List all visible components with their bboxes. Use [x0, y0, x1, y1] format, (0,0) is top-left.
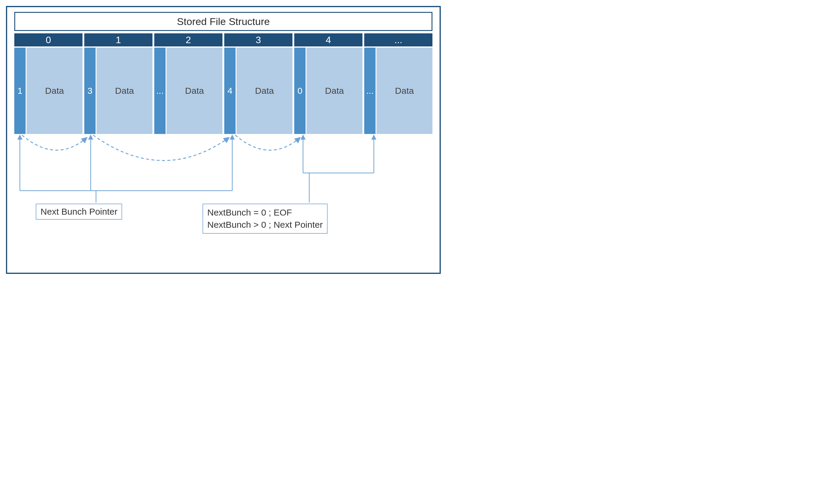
diagram-frame: Stored File Structure 0 1 Data 1 3 Data …	[6, 6, 441, 274]
data-cell: Data	[166, 48, 222, 134]
rule-line-2: NextBunch > 0 ; Next Pointer	[207, 219, 323, 231]
data-cell: Data	[306, 48, 362, 134]
block-body: 4 Data	[224, 48, 292, 134]
block-body: ... Data	[154, 48, 222, 134]
data-cell: Data	[377, 48, 432, 134]
block-index: 0	[14, 33, 82, 46]
data-cell: Data	[26, 48, 82, 134]
block-body: 0 Data	[294, 48, 362, 134]
data-cell: Data	[96, 48, 152, 134]
block-index: ...	[364, 33, 432, 46]
block-5: ... ... Data	[364, 33, 432, 134]
block-body: 1 Data	[14, 48, 82, 134]
pointer-cell: 0	[294, 48, 306, 134]
block-body: ... Data	[364, 48, 432, 134]
next-bunch-rules-label: NextBunch = 0 ; EOF NextBunch > 0 ; Next…	[203, 203, 328, 234]
pointer-cell: 1	[14, 48, 26, 134]
blocks-row: 0 1 Data 1 3 Data 2 ... Data 3 4 Data	[14, 33, 432, 134]
pointer-cell: 3	[84, 48, 96, 134]
block-2: 2 ... Data	[154, 33, 222, 134]
rule-line-1: NextBunch = 0 ; EOF	[207, 207, 323, 219]
block-0: 0 1 Data	[14, 33, 82, 134]
next-bunch-pointer-label: Next Bunch Pointer	[36, 203, 122, 220]
pointer-cell: ...	[364, 48, 376, 134]
block-body: 3 Data	[84, 48, 152, 134]
block-index: 2	[154, 33, 222, 46]
diagram-title: Stored File Structure	[14, 12, 432, 31]
block-1: 1 3 Data	[84, 33, 152, 134]
block-3: 3 4 Data	[224, 33, 292, 134]
pointer-cell: ...	[154, 48, 166, 134]
block-index: 4	[294, 33, 362, 46]
data-cell: Data	[236, 48, 292, 134]
pointer-cell: 4	[224, 48, 236, 134]
block-index: 3	[224, 33, 292, 46]
block-index: 1	[84, 33, 152, 46]
block-4: 4 0 Data	[294, 33, 362, 134]
